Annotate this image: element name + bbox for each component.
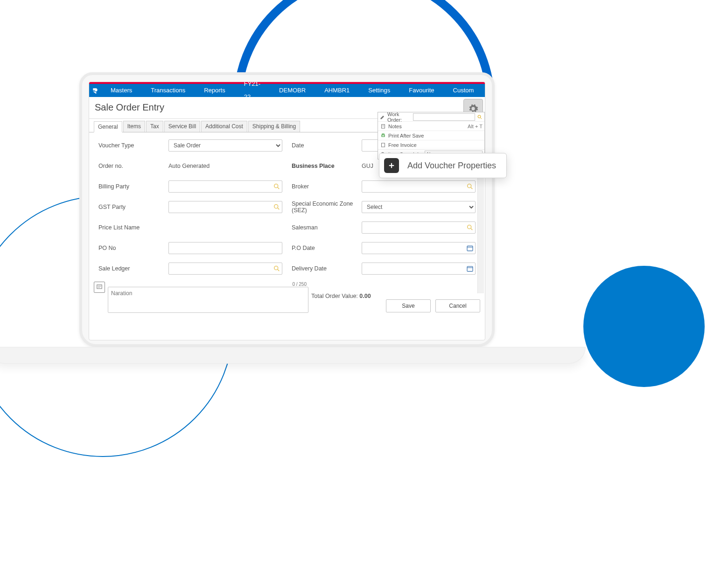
svg-rect-10 xyxy=(467,246,473,251)
menubar: Masters Transactions Reports FY21-22 DEM… xyxy=(89,84,485,97)
narration-icon xyxy=(94,282,105,293)
business-place-label: Business Place xyxy=(292,163,362,169)
delivery-date-input[interactable] xyxy=(362,263,476,275)
menu-admin[interactable]: Admin xyxy=(483,84,485,97)
sale-ledger-label: Sale Ledger xyxy=(98,265,168,272)
svg-rect-22 xyxy=(382,134,384,135)
sez-label: Special Economic Zone (SEZ) xyxy=(292,201,362,214)
sale-ledger-input[interactable] xyxy=(168,263,282,275)
billing-party-input[interactable] xyxy=(168,180,282,193)
notes-label: Notes xyxy=(388,124,402,129)
laptop-base xyxy=(0,347,586,364)
salesman-label: Salesman xyxy=(292,224,362,231)
menu-favourite[interactable]: Favourite xyxy=(399,84,443,97)
notes-shortcut: Alt + T xyxy=(468,124,483,129)
broker-input[interactable] xyxy=(362,180,476,193)
plus-icon xyxy=(384,158,399,173)
cancel-button[interactable]: Cancel xyxy=(435,299,480,312)
notes-row[interactable]: Notes Alt + T xyxy=(378,122,484,131)
svg-point-4 xyxy=(468,184,471,188)
free-invoice-label: Free Invoice xyxy=(388,142,417,148)
magnifier-icon[interactable] xyxy=(477,114,483,120)
tab-service-bill[interactable]: Service Bill xyxy=(164,121,200,132)
calendar-icon[interactable] xyxy=(466,265,474,272)
work-order-label: Work Order: xyxy=(387,111,411,123)
work-order-input[interactable] xyxy=(413,113,475,121)
invoice-icon xyxy=(380,142,386,148)
po-no-input[interactable] xyxy=(168,242,282,254)
svg-line-5 xyxy=(471,187,472,189)
calendar-icon[interactable] xyxy=(466,244,474,252)
app-logo-icon xyxy=(92,84,98,97)
svg-line-7 xyxy=(278,208,279,209)
svg-point-12 xyxy=(274,266,278,270)
gst-party-input[interactable] xyxy=(168,201,282,213)
tab-tax[interactable]: Tax xyxy=(146,121,163,132)
voucher-type-label: Voucher Type xyxy=(98,142,168,149)
billing-party-label: Billing Party xyxy=(98,183,168,190)
menu-custom[interactable]: Custom xyxy=(444,84,483,97)
svg-line-13 xyxy=(278,270,279,271)
broker-label: Broker xyxy=(292,183,362,190)
menu-demobr[interactable]: DEMOBR xyxy=(270,84,315,97)
salesman-input[interactable] xyxy=(362,221,476,234)
menu-masters[interactable]: Masters xyxy=(101,84,141,97)
narration-counter: 0 / 250 xyxy=(108,282,308,287)
svg-line-17 xyxy=(481,118,482,119)
gear-panel: Work Order: Notes Alt + T Print After Sa… xyxy=(378,112,485,159)
notes-icon xyxy=(380,123,386,130)
magnifier-icon[interactable] xyxy=(466,224,474,231)
date-label: Date xyxy=(292,142,362,149)
svg-point-6 xyxy=(274,205,278,208)
save-button[interactable]: Save xyxy=(386,299,431,312)
magnifier-icon[interactable] xyxy=(466,183,474,190)
tab-items[interactable]: Items xyxy=(123,121,145,132)
printer-icon xyxy=(380,132,386,139)
voucher-type-select[interactable]: Sale Order xyxy=(168,139,282,152)
svg-rect-21 xyxy=(382,135,385,137)
svg-line-9 xyxy=(471,228,472,230)
menu-transactions[interactable]: Transactions xyxy=(141,84,195,97)
narration-textarea[interactable] xyxy=(108,287,308,313)
svg-point-8 xyxy=(468,225,471,229)
svg-rect-14 xyxy=(467,266,473,271)
svg-point-16 xyxy=(478,115,481,118)
sez-select[interactable]: Select xyxy=(362,201,476,213)
magnifier-icon[interactable] xyxy=(273,265,280,272)
gst-party-label: GST Party xyxy=(98,204,168,210)
pencil-icon xyxy=(380,114,385,120)
order-no-label: Order no. xyxy=(98,163,168,169)
menu-settings[interactable]: Settings xyxy=(359,84,399,97)
po-no-label: PO No xyxy=(98,245,168,251)
total-order-value: 0.00 xyxy=(359,293,371,299)
tab-shipping-billing[interactable]: Shipping & Billing xyxy=(248,121,300,132)
menu-ahmbr1[interactable]: AHMBR1 xyxy=(315,84,359,97)
print-after-save-row[interactable]: Print After Save xyxy=(378,131,484,140)
laptop-frame: Masters Transactions Reports FY21-22 DEM… xyxy=(79,72,495,347)
svg-line-3 xyxy=(278,187,279,189)
magnifier-icon[interactable] xyxy=(273,203,280,211)
callout-add-voucher-properties: Add Voucher Properties xyxy=(379,153,507,178)
tab-additional-cost[interactable]: Additional Cost xyxy=(201,121,247,132)
price-list-label: Price List Name xyxy=(98,224,168,231)
tab-general[interactable]: General xyxy=(94,121,122,132)
footer: 0 / 250 Total Order Value: 0.00 Save Can… xyxy=(89,279,485,319)
svg-point-2 xyxy=(274,184,278,188)
magnifier-icon[interactable] xyxy=(273,183,280,190)
svg-rect-23 xyxy=(382,143,385,147)
order-no-value: Auto Generated xyxy=(168,163,282,169)
delivery-date-label: Delivery Date xyxy=(292,265,362,272)
menu-reports[interactable]: Reports xyxy=(195,84,235,97)
po-date-input[interactable] xyxy=(362,242,476,254)
print-after-save-label: Print After Save xyxy=(388,133,424,138)
total-order-label: Total Order Value: xyxy=(311,293,359,299)
free-invoice-row[interactable]: Free Invoice xyxy=(378,140,484,150)
callout-text: Add Voucher Properties xyxy=(407,161,496,171)
po-date-label: P.O Date xyxy=(292,245,362,251)
decor-circle-right xyxy=(583,266,705,387)
